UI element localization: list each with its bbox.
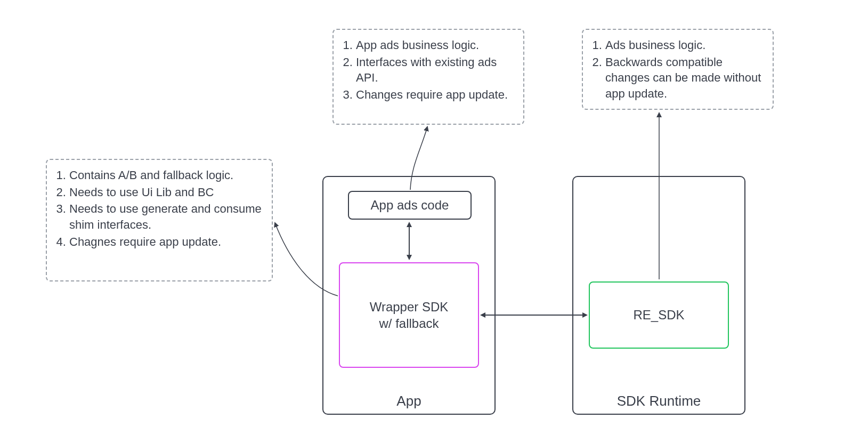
node-wrapper-sdk: Wrapper SDK w/ fallback: [339, 262, 479, 368]
node-re-sdk-label: RE_SDK: [633, 307, 684, 323]
node-app-ads-code: App ads code: [348, 191, 472, 220]
note-app-ads-item: Interfaces with existing ads API.: [356, 54, 514, 86]
note-wrapper-item: Chagnes require app update.: [69, 234, 262, 250]
container-app-label: App: [323, 393, 494, 409]
note-wrapper-item: Needs to use Ui Lib and BC: [69, 184, 262, 200]
note-re-sdk-item: Ads business logic.: [605, 37, 763, 53]
note-wrapper-item: Contains A/B and fallback logic.: [69, 167, 262, 183]
note-wrapper-sdk: Contains A/B and fallback logic. Needs t…: [46, 159, 273, 281]
container-runtime-label: SDK Runtime: [573, 393, 744, 409]
note-re-sdk: Ads business logic. Backwards compatible…: [582, 29, 774, 110]
node-re-sdk: RE_SDK: [589, 281, 729, 349]
note-app-ads-item: App ads business logic.: [356, 37, 514, 53]
note-app-ads: App ads business logic. Interfaces with …: [332, 29, 524, 125]
note-app-ads-item: Changes require app update.: [356, 87, 514, 103]
node-app-ads-code-label: App ads code: [371, 197, 449, 213]
note-wrapper-item: Needs to use generate and consume shim i…: [69, 201, 262, 232]
node-wrapper-sdk-line1: Wrapper SDK: [370, 299, 449, 315]
node-wrapper-sdk-line2: w/ fallback: [379, 315, 439, 332]
note-re-sdk-item: Backwards compatible changes can be made…: [605, 54, 763, 102]
